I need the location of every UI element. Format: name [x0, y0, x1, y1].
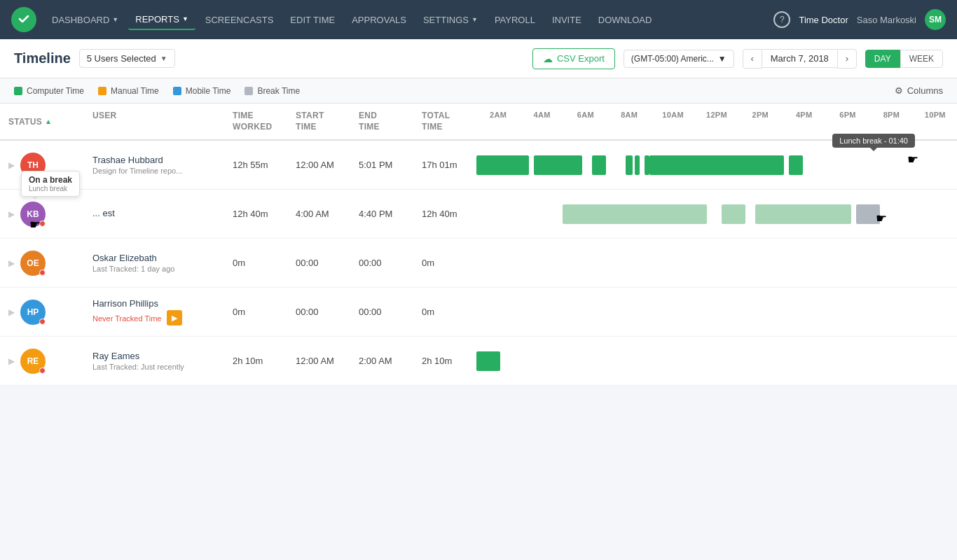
nav-screencasts[interactable]: SCREENCASTS	[198, 10, 281, 29]
chevron-down-icon: ▼	[112, 16, 118, 23]
end-time-cell: 4:40 PM	[350, 202, 413, 226]
offline-status-dot	[39, 270, 46, 276]
cloud-icon: ☁	[543, 53, 553, 64]
app-logo[interactable]	[11, 7, 36, 32]
date-navigation: ‹ March 7, 2018 ›	[743, 49, 857, 69]
user-info-cell: ... est	[84, 201, 224, 227]
row-expand-harrison[interactable]: ▶ HP	[0, 300, 84, 325]
offline-status-dot	[39, 318, 46, 325]
cursor-hand-icon: ☛	[907, 152, 918, 167]
day-view-button[interactable]: DAY	[865, 50, 900, 68]
total-time-cell: 12h 40m	[413, 202, 476, 226]
legend-mobile-time: Mobile Time	[173, 86, 231, 96]
time-worked-cell: 2h 10m	[224, 349, 287, 373]
user-subtitle: Last Tracked: Just recently	[92, 363, 184, 371]
sort-icon: ▲	[45, 118, 52, 125]
row-expand-ray[interactable]: ▶ RE	[0, 349, 84, 374]
total-time-column-header: TotalTime	[413, 104, 476, 139]
user-name-nav: Saso Markoski	[857, 15, 916, 25]
timeline-bars: ☛	[476, 200, 957, 228]
brand-name: Time Doctor	[799, 15, 848, 25]
user-subtitle: Last Tracked: 1 day ago	[92, 265, 174, 273]
nav-settings[interactable]: SETTINGS ▼	[416, 10, 485, 29]
nav-invite[interactable]: INVITE	[545, 10, 588, 29]
user-info-cell: Ray Eames Last Tracked: Just recently	[84, 344, 224, 378]
columns-button[interactable]: ⚙ Columns	[895, 85, 943, 96]
end-time-cell: 5:01 PM	[350, 153, 413, 177]
legend-bar: Computer Time Manual Time Mobile Time Br…	[0, 78, 957, 104]
start-time-cell: 12:00 AM	[287, 153, 350, 177]
manual-time-dot	[98, 87, 106, 95]
avatar: OE	[20, 251, 46, 276]
user-info-cell: Oskar Elizebath Last Tracked: 1 day ago	[84, 246, 224, 280]
row-expand-kb[interactable]: ▶ KB On a break Lunch break ☛	[0, 202, 84, 227]
chevron-down-icon: ▼	[160, 55, 167, 62]
break-time-dot	[245, 87, 253, 95]
on-a-break-tooltip: On a break Lunch break	[21, 171, 80, 197]
user-name: ... est	[92, 208, 115, 218]
timeline-table: Status ▲ User Time Worked StartTime EndT…	[0, 104, 957, 386]
start-time-cell: 00:00	[287, 300, 350, 324]
prev-date-button[interactable]: ‹	[743, 49, 762, 69]
table-row: ▶ TH Trashae Hubbard Design for Timeline…	[0, 141, 957, 190]
user-name: Trashae Hubbard	[92, 155, 182, 165]
users-selector[interactable]: 5 Users Selected ▼	[79, 49, 175, 68]
nav-right-section: ? Time Doctor Saso Markoski SM	[773, 9, 946, 30]
view-toggle: DAY WEEK	[865, 50, 943, 68]
user-info-cell: Trashae Hubbard Design for Timeline repo…	[84, 148, 224, 182]
nav-reports[interactable]: REPORTS ▼	[128, 10, 195, 30]
start-time-cell: 4:00 AM	[287, 202, 350, 226]
expand-arrow-icon[interactable]: ▶	[8, 356, 15, 366]
start-time-cell: 00:00	[287, 251, 350, 275]
user-subtitle: Never Tracked Time	[92, 314, 161, 323]
nav-payroll[interactable]: PAYROLL	[488, 10, 542, 29]
end-time-cell: 2:00 AM	[350, 349, 413, 373]
expand-arrow-icon[interactable]: ▶	[8, 258, 15, 268]
next-date-button[interactable]: ›	[837, 49, 857, 69]
gear-icon: ⚙	[895, 85, 903, 96]
navbar: DASHBOARD ▼ REPORTS ▼ SCREENCASTS EDIT T…	[0, 0, 957, 39]
avatar: RE	[20, 349, 46, 374]
csv-export-button[interactable]: ☁ CSV Export	[532, 48, 615, 69]
header-bar: Timeline 5 Users Selected ▼ ☁ CSV Export…	[0, 39, 957, 78]
table-row: ▶ OE Oskar Elizebath Last Tracked: 1 day…	[0, 239, 957, 288]
avatar: HP	[20, 300, 46, 325]
user-name: Ray Eames	[92, 351, 184, 361]
expand-arrow-icon[interactable]: ▶	[8, 160, 15, 170]
total-time-cell: 2h 10m	[413, 349, 476, 373]
end-time-cell: 00:00	[350, 251, 413, 275]
time-worked-cell: 12h 40m	[224, 202, 287, 226]
end-time-column-header: EndTime	[350, 104, 413, 139]
lunch-break-tooltip: Lunch break - 01:40	[832, 134, 915, 148]
expand-arrow-icon[interactable]: ▶	[8, 307, 15, 317]
expand-arrow-icon[interactable]: ▶	[8, 209, 15, 219]
status-column-header[interactable]: Status ▲	[0, 104, 84, 139]
user-subtitle: Design for Timeline repo...	[92, 167, 182, 175]
total-time-cell: 17h 01m	[413, 153, 476, 177]
user-avatar-nav[interactable]: SM	[925, 9, 946, 30]
timeline-bars	[476, 347, 957, 375]
user-name: Oskar Elizebath	[92, 253, 174, 263]
nav-edit-time[interactable]: EDIT TIME	[283, 10, 342, 29]
table-header-row: Status ▲ User Time Worked StartTime EndT…	[0, 104, 957, 141]
help-button[interactable]: ?	[773, 11, 790, 28]
user-info-cell: Harrison Phillips Never Tracked Time ▶	[84, 291, 224, 332]
week-view-button[interactable]: WEEK	[900, 50, 943, 68]
chevron-down-icon: ▼	[471, 16, 478, 23]
mobile-time-dot	[173, 87, 181, 95]
total-time-cell: 0m	[413, 300, 476, 324]
timeline-cell	[476, 239, 957, 287]
nav-download[interactable]: DOWNLOAD	[591, 10, 659, 29]
nav-dashboard[interactable]: DASHBOARD ▼	[45, 10, 125, 29]
start-time-column-header: StartTime	[287, 104, 350, 139]
send-invite-button[interactable]: ▶	[167, 310, 182, 326]
timeline-cell: Lunch break - 01:40 ☛	[476, 141, 957, 189]
timezone-selector[interactable]: (GMT-05:00) Americ... ▼	[624, 50, 734, 68]
date-label: March 7, 2018	[762, 49, 837, 68]
timeline-cell: ☛	[476, 190, 957, 238]
row-expand-oskar[interactable]: ▶ OE	[0, 251, 84, 276]
nav-approvals[interactable]: APPROVALS	[345, 10, 413, 29]
page-title: Timeline	[14, 50, 71, 66]
time-worked-cell: 0m	[224, 300, 287, 324]
cursor-hand-icon-3: ☛	[876, 211, 887, 226]
